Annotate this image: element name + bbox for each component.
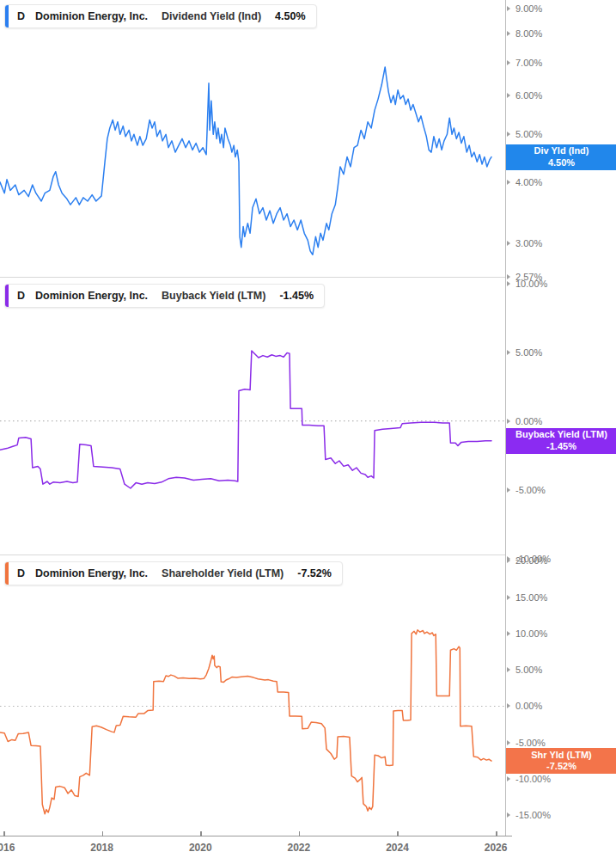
x-axis-year-label: 2016	[0, 842, 15, 854]
panel-shareholder-yield: D Dominion Energy, Inc. Shareholder Yiel…	[0, 555, 505, 836]
company-name: Dominion Energy, Inc.	[35, 290, 148, 302]
series-line	[0, 630, 491, 814]
panel-dividend-yield: D Dominion Energy, Inc. Dividend Yield (…	[0, 0, 505, 278]
tick-mark	[507, 740, 510, 745]
badge-value-label: 4.50%	[548, 157, 575, 169]
tick-label: 15.00%	[515, 591, 547, 604]
x-axis-year-label: 2020	[189, 842, 212, 854]
metric-value: -7.52%	[297, 567, 332, 579]
legend-color-bar	[5, 285, 9, 307]
badge-metric-label: Shr Yld (LTM)	[531, 750, 591, 762]
panel-3-plot[interactable]	[0, 555, 505, 836]
tick-mark	[507, 350, 510, 355]
panel-2-plot[interactable]	[0, 277, 505, 555]
x-axis-year-label: 2024	[386, 842, 409, 854]
tick-mark	[507, 6, 510, 11]
company-name: Dominion Energy, Inc.	[35, 567, 148, 579]
metric-value: -1.45%	[279, 290, 314, 302]
right-price-axis[interactable]: 9.00%8.00%7.00%6.00%5.00%4.00%3.00%2.57%…	[505, 0, 616, 836]
tick-mark	[507, 241, 510, 246]
tick-mark	[507, 180, 510, 185]
stock-yield-dashboard: D Dominion Energy, Inc. Dividend Yield (…	[0, 0, 616, 864]
tick-mark	[507, 93, 510, 98]
panel-1-plot[interactable]	[0, 0, 505, 277]
tick-mark	[507, 776, 510, 781]
legend-shareholder-yield[interactable]: D Dominion Energy, Inc. Shareholder Yiel…	[4, 561, 343, 585]
tick-mark	[507, 31, 510, 36]
tick-label: 5.00%	[515, 128, 542, 140]
last-value-badge: Buyback Yield (LTM)-1.45%	[506, 428, 616, 454]
tick-label: 5.00%	[515, 346, 542, 358]
tick-label: -15.00%	[515, 809, 551, 821]
tick-mark	[507, 812, 510, 818]
tick-label: 10.00%	[515, 278, 547, 290]
last-value-badge: Shr Yld (LTM)-7.52%	[506, 748, 616, 774]
badge-value-label: -7.52%	[546, 761, 576, 773]
tick-mark	[507, 595, 510, 600]
tick-label: 9.00%	[515, 3, 542, 15]
badge-value-label: -1.45%	[546, 441, 576, 453]
tick-label: 6.00%	[515, 89, 542, 101]
tick-label: 8.00%	[515, 28, 542, 40]
x-axis-tick-mark	[496, 831, 497, 836]
last-value-badge: Div Yld (Ind)4.50%	[506, 144, 616, 170]
tick-mark	[507, 60, 510, 65]
badge-metric-label: Div Yld (Ind)	[534, 145, 589, 157]
badge-metric-label: Buyback Yield (LTM)	[515, 429, 607, 441]
legend-dividend-yield[interactable]: D Dominion Energy, Inc. Dividend Yield (…	[4, 4, 317, 28]
series-line	[0, 351, 491, 488]
tick-mark	[507, 281, 510, 286]
x-axis-year-label: 2018	[90, 842, 113, 854]
tick-label: -5.00%	[515, 737, 546, 749]
tick-label: 10.00%	[515, 628, 547, 640]
tick-mark	[507, 667, 510, 672]
tick-mark	[507, 487, 510, 493]
tick-mark	[507, 274, 510, 279]
tick-label: 5.00%	[515, 664, 542, 676]
x-axis-tick-mark	[299, 831, 301, 836]
ticker-symbol: D	[17, 567, 25, 579]
tick-mark	[507, 419, 510, 424]
panel-buyback-yield: D Dominion Energy, Inc. Buyback Yield (L…	[0, 277, 505, 555]
metric-name: Dividend Yield (Ind)	[162, 10, 261, 22]
metric-name: Buyback Yield (LTM)	[162, 290, 265, 302]
x-axis-tick-mark	[200, 831, 202, 836]
tick-label: 0.00%	[515, 415, 542, 427]
x-axis-tick-mark	[102, 831, 104, 836]
tick-mark	[507, 558, 510, 563]
tick-mark	[507, 703, 510, 708]
ticker-symbol: D	[17, 290, 25, 302]
ticker-symbol: D	[17, 10, 25, 22]
tick-label: 7.00%	[515, 57, 542, 69]
x-axis-line	[0, 836, 512, 836]
tick-label: 20.00%	[515, 555, 547, 567]
legend-color-bar	[5, 562, 9, 585]
tick-label: 0.00%	[515, 700, 542, 712]
company-name: Dominion Energy, Inc.	[35, 10, 148, 22]
x-axis-tick-mark	[3, 831, 5, 836]
tick-label: -5.00%	[515, 484, 546, 496]
x-axis-tick-mark	[397, 831, 399, 836]
tick-label: 4.00%	[515, 176, 542, 188]
series-line	[0, 67, 491, 254]
tick-label: 3.00%	[515, 237, 542, 249]
tick-mark	[507, 631, 510, 636]
metric-value: 4.50%	[275, 10, 305, 22]
tick-mark	[507, 132, 510, 137]
legend-color-bar	[5, 5, 9, 28]
x-axis-year-label: 2026	[485, 842, 508, 854]
x-axis-year-label: 2022	[288, 842, 311, 854]
legend-buyback-yield[interactable]: D Dominion Energy, Inc. Buyback Yield (L…	[4, 284, 325, 308]
metric-name: Shareholder Yield (LTM)	[162, 567, 284, 579]
tick-label: -10.00%	[515, 773, 551, 785]
